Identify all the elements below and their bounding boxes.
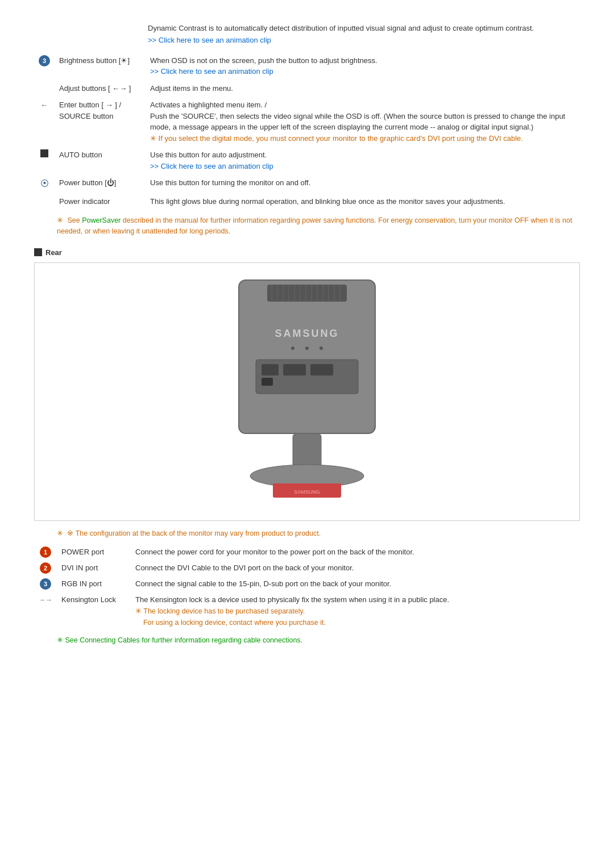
brightness-icon: 3 [39,55,50,66]
intro-animation-link[interactable]: >> Click here to see an animation clip [148,36,271,44]
table-row: AUTO button Use this button for auto adj… [34,147,580,174]
enter-icon: ← [40,101,48,110]
label-col: AUTO button [55,147,146,174]
table-row: →→ Kensington Lock The Kensington lock i… [34,592,580,630]
desc-col: Connect the power cord for your monitor … [131,544,580,560]
intro-block: Dynamic Contrast is to automatically det… [148,23,580,47]
table-row: 3 Brightness button [☀] When OSD is not … [34,52,580,80]
dvi-port-icon: 2 [40,562,51,574]
svg-point-16 [291,347,294,350]
rear-image-box: SAMSUNG SAMSUNG [34,262,580,521]
label-col: POWER port [57,544,131,560]
icon-col [34,193,55,210]
rear-title-text: Rear [45,248,62,257]
table-row: 1 POWER port Connect the power cord for … [34,544,580,560]
label-col: DVI IN port [57,560,131,576]
rear-config-note: ✳ ※ The configuration at the back of the… [57,529,580,537]
desc-col: Connect the signal cable to the 15-pin, … [131,576,580,592]
label-col: Brightness button [☀] [55,52,146,80]
svg-text:SAMSUNG: SAMSUNG [275,328,339,339]
label-col: Power button [⏻] [55,174,146,193]
ports-table: 1 POWER port Connect the power cord for … [34,544,580,631]
icon-col [34,80,55,97]
label-col: Enter button [ → ] /SOURCE button [55,97,146,147]
desc-col: Use this button for auto adjustment. >> … [146,147,580,174]
icon-col: 1 [34,544,57,560]
desc-col: Use this button for turning the monitor … [146,174,580,193]
icon-col: 3 [34,52,55,80]
svg-rect-24 [293,433,321,468]
desc-col: This light glows blue during normal oper… [146,193,580,210]
power-icon: ⦿ [40,178,49,188]
label-col: Kensington Lock [57,592,131,630]
desc-col: Adjust items in the menu. [146,80,580,97]
table-row: 2 DVI IN port Connect the DVI Cable to t… [34,560,580,576]
svg-rect-0 [239,280,375,433]
desc-col: The Kensington lock is a device used to … [131,592,580,630]
powersaver-link[interactable]: PowerSaver [82,216,121,224]
label-col: Adjust buttons [ ←→ ] [55,80,146,97]
icon-col: ← [34,97,55,147]
auto-animation-link[interactable]: >> Click here to see an animation clip [150,162,273,170]
icon-col: 3 [34,576,57,592]
svg-rect-22 [310,364,333,375]
rgb-port-icon: 3 [40,578,51,590]
kensington-note: ✳ The locking device has to be purchased… [135,607,326,627]
power-port-icon: 1 [40,546,51,558]
source-note: ✳ If you select the digital mode, you mu… [150,134,523,143]
auto-icon [40,149,48,157]
table-row: Power indicator This light glows blue du… [34,193,580,210]
desc-col: Activates a highlighted menu item. / Pus… [146,97,580,147]
final-note: ✳ See Connecting Cables for further info… [57,636,580,644]
desc-col: Connect the DVI Cable to the DVI port on… [131,560,580,576]
svg-point-17 [305,347,309,350]
icon-col: ⦿ [34,174,55,193]
icon-col [34,147,55,174]
table-row: 3 RGB IN port Connect the signal cable t… [34,576,580,592]
icon-col: →→ [34,592,57,630]
label-col: Power indicator [55,193,146,210]
connecting-cables-link[interactable]: Connecting Cables [80,636,140,644]
svg-rect-23 [262,378,273,386]
rear-section-title: Rear [34,248,580,257]
svg-point-18 [320,347,323,350]
label-col: RGB IN port [57,576,131,592]
svg-rect-21 [283,364,306,375]
features-table: 3 Brightness button [☀] When OSD is not … [34,52,580,210]
powersaver-note: ✳ See PowerSaver described in the manual… [57,215,580,237]
table-row: ⦿ Power button [⏻] Use this button for t… [34,174,580,193]
table-row: ← Enter button [ → ] /SOURCE button Acti… [34,97,580,147]
rear-config-text: ※ The configuration at the back of the m… [67,529,321,537]
intro-text: Dynamic Contrast is to automatically det… [148,23,580,35]
rear-section-icon [34,248,42,256]
kensington-icon: →→ [39,596,52,604]
brightness-animation-link[interactable]: >> Click here to see an animation clip [150,67,273,76]
svg-rect-1 [267,285,347,302]
svg-text:SAMSUNG: SAMSUNG [294,489,320,495]
icon-col: 2 [34,560,57,576]
table-row: Adjust buttons [ ←→ ] Adjust items in th… [34,80,580,97]
svg-rect-20 [262,364,279,375]
desc-col: When OSD is not on the screen, push the … [146,52,580,80]
rear-monitor-svg: SAMSUNG SAMSUNG [210,274,404,507]
